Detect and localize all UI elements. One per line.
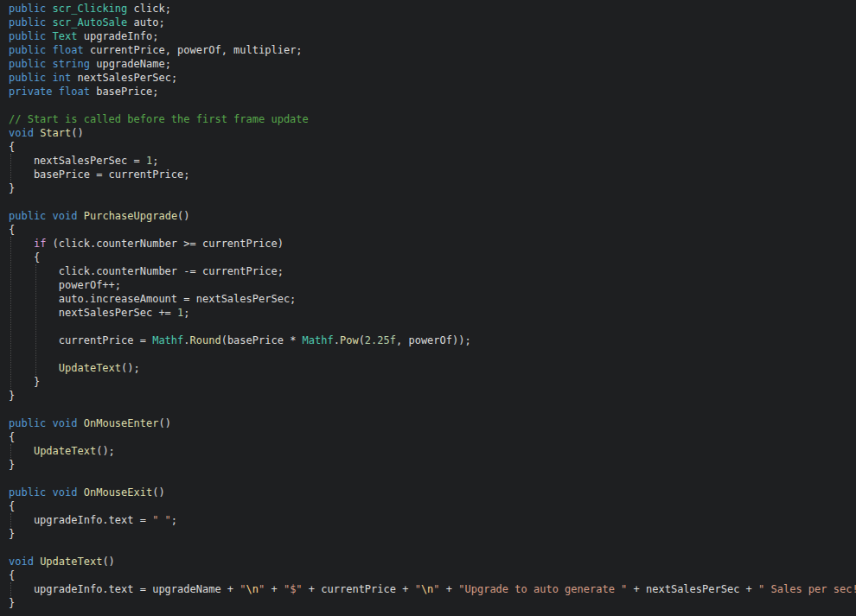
code-token-str: " [415, 583, 421, 595]
code-token-pl: auto; [127, 16, 164, 29]
code-line[interactable]: public void PurchaseUpgrade() [9, 209, 856, 223]
code-line[interactable]: upgradeInfo.text = upgradeName + "\n" + … [9, 582, 856, 596]
code-token-m: PurchaseUpgrade [84, 210, 177, 222]
code-token-pl: powerOf++; [9, 279, 121, 291]
code-line[interactable]: basePrice = currentPrice; [9, 168, 856, 181]
code-line[interactable]: { [9, 430, 856, 444]
code-token-kw: void [9, 556, 34, 568]
code-token-kw: void [53, 417, 78, 429]
code-line[interactable]: powerOf++; [9, 278, 856, 292]
code-line[interactable]: if (click.counterNumber >= currentPrice) [9, 237, 856, 251]
code-token-m: Round [190, 334, 221, 346]
code-line[interactable]: void UpdateText() [9, 555, 856, 568]
code-line[interactable]: UpdateText(); [9, 361, 856, 375]
code-line[interactable]: click.counterNumber -= currentPrice; [9, 264, 856, 278]
code-line[interactable] [9, 195, 856, 209]
code-token-kw: float [59, 86, 90, 98]
code-line[interactable]: void Start() [9, 126, 856, 140]
code-line[interactable]: } [9, 596, 856, 610]
code-line[interactable] [9, 347, 856, 361]
code-line[interactable]: } [9, 375, 856, 389]
code-line[interactable] [9, 320, 856, 333]
code-token-pl [9, 362, 59, 374]
code-line[interactable]: { [9, 251, 856, 264]
code-line[interactable]: } [9, 389, 856, 403]
code-line[interactable]: } [9, 458, 856, 472]
code-token-esc: \n [246, 583, 259, 595]
code-token-pl [46, 486, 52, 499]
code-token-pl [78, 210, 84, 222]
code-token-pl: { [9, 431, 15, 443]
code-token-pl: nextSalesPerSec; [71, 72, 177, 84]
code-line[interactable]: upgradeInfo.text = " "; [9, 513, 856, 527]
code-line[interactable]: { [9, 568, 856, 582]
code-token-pl: + [440, 583, 459, 595]
code-line[interactable]: currentPrice = Mathf.Round(basePrice * M… [9, 333, 856, 347]
code-line[interactable]: nextSalesPerSec = 1; [9, 154, 856, 168]
code-token-str: "$" [284, 583, 303, 595]
code-token-kw: void [53, 486, 78, 499]
code-token-pl: () [102, 556, 114, 568]
code-token-pl: (); [121, 362, 140, 374]
code-line[interactable] [9, 541, 856, 555]
code-line[interactable]: public float currentPrice, powerOf, mult… [9, 43, 856, 57]
code-token-pl: (); [96, 445, 115, 457]
code-line[interactable]: public void OnMouseEnter() [9, 416, 856, 430]
code-line[interactable]: public scr_AutoSale auto; [9, 16, 856, 29]
code-line[interactable]: } [9, 181, 856, 195]
code-token-pl: + [265, 583, 284, 595]
code-line[interactable]: nextSalesPerSec += 1; [9, 306, 856, 320]
code-token-pl: + nextSalesPerSec + [627, 583, 758, 595]
code-line[interactable]: public int nextSalesPerSec; [9, 71, 856, 85]
code-token-pl [46, 30, 52, 42]
code-token-kw: public [9, 3, 46, 15]
code-line[interactable] [9, 472, 856, 486]
code-token-esc: \n [421, 583, 433, 595]
code-token-kw: int [53, 72, 72, 84]
code-line[interactable]: private float basePrice; [9, 85, 856, 98]
code-token-type: Text [53, 30, 78, 42]
code-line[interactable]: // Start is called before the first fram… [9, 112, 856, 126]
code-token-m: UpdateText [40, 556, 102, 568]
code-token-kw: public [9, 30, 46, 42]
code-token-kw: public [9, 417, 46, 429]
code-token-m: OnMouseEnter [84, 417, 159, 429]
code-token-pl: auto.increaseAmount = nextSalesPerSec; [9, 293, 296, 305]
code-line[interactable]: { [9, 499, 856, 513]
code-token-pl: currentPrice = [9, 334, 152, 346]
code-line[interactable]: UpdateText(); [9, 444, 856, 458]
code-line[interactable]: { [9, 223, 856, 237]
code-token-pl: upgradeInfo; [78, 30, 159, 42]
code-token-kw: public [9, 44, 46, 56]
code-token-pl: currentPrice, powerOf, multiplier; [84, 44, 303, 56]
code-token-kw: string [53, 58, 90, 70]
code-line[interactable] [9, 403, 856, 416]
code-token-type: scr_AutoSale [53, 16, 128, 29]
code-token-pl: } [9, 459, 15, 471]
code-line[interactable]: public string upgradeName; [9, 57, 856, 71]
code-token-pl: ; [183, 307, 189, 319]
code-token-pl: + currentPrice + [303, 583, 415, 595]
code-token-pl: () [177, 210, 189, 222]
code-token-pl: () [152, 486, 164, 499]
code-token-pl: ( [359, 334, 365, 346]
code-line[interactable]: auto.increaseAmount = nextSalesPerSec; [9, 292, 856, 306]
code-token-pl: } [9, 182, 15, 194]
code-token-pl: { [9, 141, 15, 153]
code-line[interactable]: } [9, 527, 856, 541]
code-token-pl: upgradeInfo.text = [9, 514, 152, 526]
code-line[interactable]: public Text upgradeInfo; [9, 29, 856, 43]
code-editor[interactable]: public scr_Clicking click;public scr_Aut… [0, 0, 856, 616]
code-token-kw: private [9, 86, 53, 98]
code-line[interactable] [9, 98, 856, 112]
code-token-pl: () [158, 417, 170, 429]
code-token-pl: click.counterNumber -= currentPrice; [9, 265, 284, 277]
code-token-pl [9, 238, 34, 250]
code-token-pl: . [334, 334, 340, 346]
code-token-str: " " [152, 514, 171, 526]
code-line[interactable]: public scr_Clicking click; [9, 2, 856, 16]
code-line[interactable]: public void OnMouseExit() [9, 486, 856, 499]
code-token-str: " Sales per sec!" [758, 583, 856, 595]
code-token-pl [78, 486, 84, 499]
code-line[interactable]: { [9, 140, 856, 154]
